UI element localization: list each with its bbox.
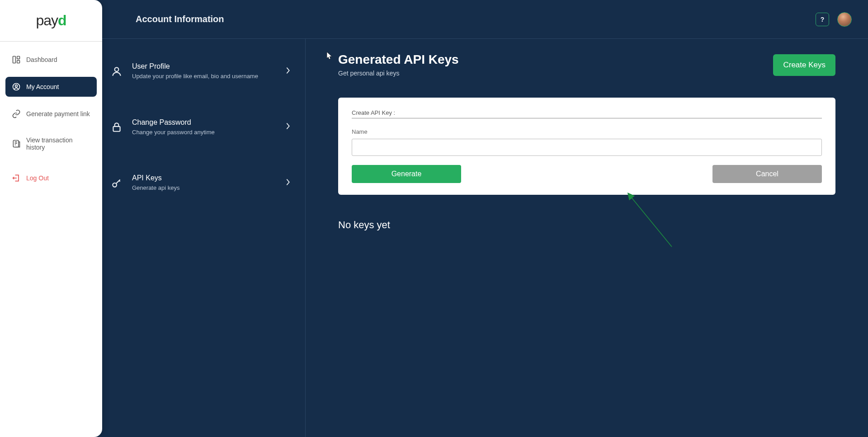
logout-icon (12, 174, 21, 183)
settings-item-change-password[interactable]: Change Password Change your password any… (102, 108, 305, 146)
sidebar-item-label: View transaction history (26, 136, 90, 151)
create-api-key-card: Create API Key : Name Generate Cancel (338, 98, 835, 195)
name-input[interactable] (352, 139, 822, 156)
sidebar-item-view-transaction-history[interactable]: View transaction history (5, 131, 97, 156)
sidebar-item-my-account[interactable]: My Account (5, 77, 97, 97)
panel-title: Generated API Keys (338, 52, 459, 67)
sidebar-item-label: Dashboard (26, 56, 57, 63)
svg-point-8 (113, 183, 117, 187)
logo: payd (0, 0, 102, 42)
sidebar-item-label: Generate payment link (26, 110, 90, 117)
page-title: Account Information (136, 14, 224, 24)
key-icon (110, 177, 123, 189)
settings-item-desc: Change your password anytime (132, 128, 259, 136)
settings-column: User Profile Update your profile like em… (102, 39, 306, 437)
create-keys-button[interactable]: Create Keys (773, 54, 835, 76)
settings-item-title: User Profile (132, 62, 276, 70)
link-icon (12, 109, 21, 118)
cancel-button[interactable]: Cancel (712, 165, 822, 183)
settings-item-api-keys[interactable]: API Keys Generate api keys (102, 164, 305, 202)
logo-prefix: pay (36, 12, 58, 29)
svg-rect-0 (13, 56, 16, 63)
svg-rect-2 (17, 61, 20, 63)
help-icon: ? (821, 16, 825, 23)
sidebar-item-label: My Account (26, 83, 59, 90)
card-header: Create API Key : (352, 109, 822, 118)
empty-state: No keys yet (338, 219, 835, 231)
help-button[interactable]: ? (816, 13, 829, 26)
settings-item-user-profile[interactable]: User Profile Update your profile like em… (102, 52, 305, 90)
chevron-right-icon (285, 66, 291, 76)
content-row: User Profile Update your profile like em… (102, 39, 868, 437)
sidebar-nav: Dashboard My Account Generate payment li… (0, 42, 102, 196)
logo-accent: d (58, 12, 66, 29)
settings-item-title: API Keys (132, 174, 276, 182)
name-label: Name (352, 128, 822, 135)
sidebar-item-generate-payment-link[interactable]: Generate payment link (5, 104, 97, 124)
panel-subtitle: Get personal api keys (338, 70, 459, 77)
sidebar: payd Dashboard My Account Generate payme… (0, 0, 102, 437)
user-icon (110, 65, 123, 78)
svg-rect-1 (17, 56, 20, 59)
settings-item-title: Change Password (132, 118, 276, 127)
sidebar-item-dashboard[interactable]: Dashboard (5, 50, 97, 70)
topbar: Account Information ? (102, 0, 868, 39)
settings-item-desc: Generate api keys (132, 184, 259, 192)
svg-point-4 (15, 85, 18, 87)
panel-header: Generated API Keys Get personal api keys… (338, 52, 835, 77)
settings-item-desc: Update your profile like email, bio and … (132, 72, 259, 80)
main: Account Information ? User Profile Updat… (102, 0, 868, 437)
avatar[interactable] (837, 12, 852, 27)
svg-rect-7 (113, 127, 120, 132)
right-panel: Generated API Keys Get personal api keys… (306, 39, 868, 437)
account-icon (12, 82, 21, 91)
lock-icon (110, 121, 123, 133)
chevron-right-icon (285, 178, 291, 188)
chevron-right-icon (285, 122, 291, 132)
sidebar-item-log-out[interactable]: Log Out (5, 168, 97, 188)
sidebar-item-label: Log Out (26, 174, 49, 182)
history-icon (12, 139, 21, 148)
svg-point-6 (115, 67, 119, 71)
dashboard-icon (12, 55, 21, 64)
generate-button[interactable]: Generate (352, 165, 461, 183)
